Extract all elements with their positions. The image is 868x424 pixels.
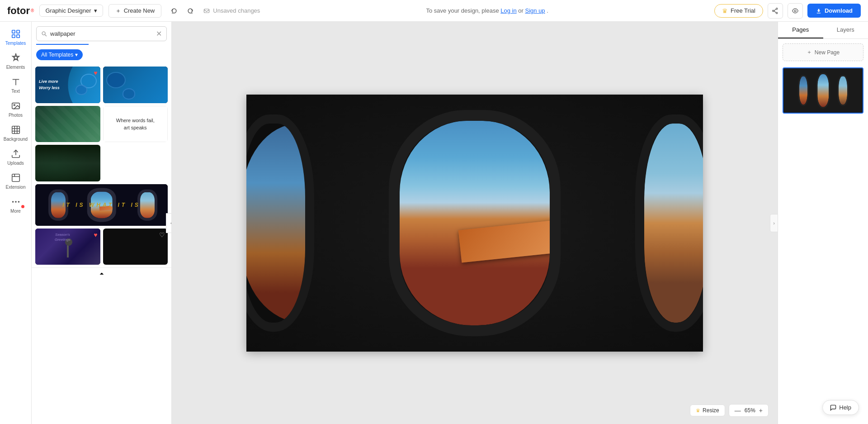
jellyfish-small (123, 88, 136, 99)
text-icon (11, 77, 21, 87)
login-link[interactable]: Log in (500, 7, 516, 14)
sidebar-elements-label: Elements (6, 65, 25, 70)
right-tabs: Pages Layers (778, 22, 868, 39)
zoom-level: 65% (745, 407, 755, 414)
chevron-down-icon: ▾ (75, 52, 78, 58)
template-card-6[interactable]: IT IS WHAT IT IS (35, 184, 168, 226)
help-button[interactable]: Help (822, 400, 859, 415)
sidebar-item-more[interactable]: More (0, 193, 31, 217)
svg-point-18 (15, 201, 17, 203)
free-trial-button[interactable]: ♛ Free Trial (714, 4, 763, 18)
filter-bar: All Templates ▾ (32, 47, 171, 64)
more-badge (21, 205, 24, 208)
template-card-7[interactable]: Season'sGreetings ♥ (35, 229, 100, 265)
search-input-wrap: ✕ (36, 26, 167, 41)
sidebar-photos-label: Photos (9, 113, 23, 118)
upload-icon (11, 149, 21, 159)
zoom-in-button[interactable]: + (758, 407, 764, 414)
svg-point-1 (776, 12, 777, 14)
template-card-3[interactable] (35, 106, 100, 143)
sidebar-item-uploads[interactable]: Uploads (0, 145, 31, 169)
chevron-down-icon: ▾ (94, 7, 97, 14)
template-card-8[interactable]: ♡ (103, 229, 168, 265)
resize-crown-icon: ♛ (696, 408, 700, 414)
unsaved-indicator: Unsaved changes (203, 7, 260, 14)
zoom-out-button[interactable]: — (734, 407, 742, 414)
chevron-up-icon (99, 271, 105, 277)
jellyfish-large (106, 72, 126, 88)
sidebar-item-text[interactable]: Text (0, 73, 31, 97)
airplane-wing (458, 219, 561, 263)
clear-search-button[interactable]: ✕ (156, 29, 162, 38)
sidebar-text-label: Text (11, 89, 19, 94)
black-water-template (35, 145, 100, 181)
download-button[interactable]: Download (807, 4, 861, 18)
svg-point-20 (42, 32, 45, 35)
svg-line-4 (774, 11, 776, 13)
sidebar: Templates Elements Text Photos Backgroun… (0, 22, 32, 424)
app-selector[interactable]: Graphic Designer ▾ (39, 5, 103, 17)
sidebar-item-elements[interactable]: Elements (0, 49, 31, 73)
svg-rect-8 (12, 35, 14, 38)
undo-button[interactable] (167, 4, 181, 18)
nav-right: ♛ Free Trial Download (714, 3, 861, 19)
sidebar-item-background[interactable]: Background (0, 121, 31, 145)
extension-icon (11, 173, 21, 183)
search-input[interactable] (50, 30, 153, 37)
heart-button-7[interactable]: ♥ (94, 231, 97, 238)
main-layout: Templates Elements Text Photos Backgroun… (0, 22, 868, 424)
airplane-template-text: IT IS WHAT IT IS (62, 202, 140, 208)
heart-button-1[interactable]: ♥ (94, 69, 97, 76)
photo-icon (11, 101, 21, 111)
svg-rect-6 (12, 30, 14, 33)
sidebar-item-templates[interactable]: Templates (0, 25, 31, 49)
svg-point-2 (772, 10, 774, 11)
right-window (635, 114, 703, 332)
undo-redo-group (167, 4, 198, 18)
tab-pages[interactable]: Pages (778, 22, 823, 38)
svg-point-17 (12, 201, 14, 203)
svg-point-19 (18, 201, 19, 203)
preview-button[interactable] (788, 3, 803, 19)
green-template (35, 106, 100, 143)
template-card-1[interactable]: Live moreWorry less ♥ (35, 67, 100, 103)
sidebar-more-label: More (10, 209, 21, 214)
page-thumbnail-1[interactable] (783, 67, 863, 114)
top-nav: fotor® Graphic Designer ▾ ＋ Create New U… (0, 0, 868, 22)
sidebar-item-photos[interactable]: Photos (0, 97, 31, 121)
signup-link[interactable]: Sign up (525, 7, 545, 14)
sidebar-uploads-label: Uploads (7, 161, 24, 166)
art-speaks-text: Where words fail,art speaks (116, 117, 155, 132)
tab-layers[interactable]: Layers (823, 22, 868, 38)
app-logo: fotor® (7, 5, 34, 17)
search-panel: ✕ All Templates ▾ Live moreWorry less (32, 22, 172, 424)
app-selector-label: Graphic Designer (45, 7, 91, 14)
new-page-button[interactable]: ＋ New Page (783, 43, 863, 61)
share-button[interactable] (768, 3, 783, 19)
sidebar-item-extension[interactable]: Extension (0, 169, 31, 193)
template-text-1: Live moreWorry less (39, 79, 60, 91)
redo-button[interactable] (183, 4, 198, 18)
create-new-button[interactable]: ＋ Create New (108, 4, 162, 18)
sidebar-templates-label: Templates (5, 41, 26, 46)
template-grid-wrap: Live moreWorry less ♥ (32, 64, 171, 424)
sidebar-extension-label: Extension (6, 185, 26, 190)
panel-collapse-toggle[interactable] (32, 267, 171, 280)
search-progress (36, 44, 167, 45)
template-card-5[interactable] (35, 145, 100, 181)
plus-icon: ＋ (807, 48, 812, 56)
heart-button-8[interactable]: ♡ (159, 231, 165, 238)
design-canvas[interactable] (246, 95, 703, 352)
svg-rect-7 (16, 30, 19, 33)
more-icon (11, 197, 21, 207)
template-card-2[interactable] (103, 67, 168, 103)
all-templates-filter[interactable]: All Templates ▾ (36, 49, 83, 60)
sidebar-background-label: Background (4, 137, 28, 142)
resize-button[interactable]: ♛ Resize (690, 405, 725, 416)
canvas-area: ♛ Resize — 65% + (172, 22, 778, 424)
art-speaks-template: Where words fail,art speaks (103, 106, 168, 143)
right-panel-expand-button[interactable]: › (770, 214, 778, 232)
template-card-4[interactable]: Where words fail,art speaks (103, 106, 168, 143)
panel-toggle-button[interactable]: ‹ (166, 213, 172, 233)
search-icon (41, 31, 47, 37)
